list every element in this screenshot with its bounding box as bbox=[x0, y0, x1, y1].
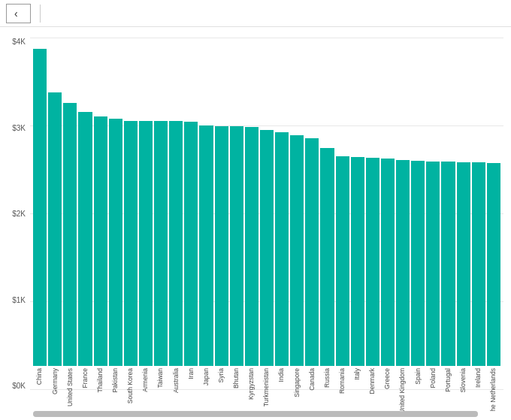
bar[interactable] bbox=[487, 163, 500, 366]
bar[interactable] bbox=[33, 49, 47, 366]
x-label-item: Canada bbox=[305, 368, 319, 391]
bar-wrapper[interactable] bbox=[320, 38, 334, 366]
x-label-item: the Netherlands bbox=[487, 368, 500, 411]
bar[interactable] bbox=[472, 162, 485, 366]
bar-wrapper[interactable] bbox=[215, 38, 228, 366]
bar-wrapper[interactable] bbox=[457, 38, 470, 366]
x-label-text: Turkmenistan bbox=[263, 368, 270, 406]
x-label-text: Slovenia bbox=[460, 368, 467, 393]
x-label-item: Slovenia bbox=[457, 368, 470, 393]
bar-wrapper[interactable] bbox=[199, 38, 213, 366]
bar-wrapper[interactable] bbox=[290, 38, 304, 366]
scrollbar-area[interactable] bbox=[33, 411, 478, 417]
x-label-text: Romania bbox=[339, 368, 346, 394]
bar[interactable] bbox=[336, 156, 349, 366]
bar[interactable] bbox=[441, 162, 455, 366]
x-label-text: Italy bbox=[354, 368, 361, 380]
y-axis-label: $4K bbox=[12, 38, 26, 46]
bar[interactable] bbox=[199, 125, 213, 366]
back-to-report-button[interactable]: ‹ bbox=[6, 4, 31, 23]
bar-wrapper[interactable] bbox=[426, 38, 440, 366]
x-label-item: Denmark bbox=[366, 368, 379, 394]
bar-wrapper[interactable] bbox=[275, 38, 289, 366]
bar[interactable] bbox=[230, 126, 243, 366]
y-axis-label: $3K bbox=[12, 124, 26, 132]
x-label-item: Thailand bbox=[94, 368, 107, 393]
bar-wrapper[interactable] bbox=[169, 38, 183, 366]
x-label-item: China bbox=[33, 368, 47, 385]
x-labels: ChinaGermanyUnited StatesFranceThailandP… bbox=[30, 366, 503, 411]
bar[interactable] bbox=[124, 121, 138, 366]
y-axis-label: $0K bbox=[12, 382, 26, 390]
x-label-item: Bhutan bbox=[230, 368, 243, 388]
bar[interactable] bbox=[366, 158, 379, 366]
toolbar-separator bbox=[40, 5, 41, 23]
bar-wrapper[interactable] bbox=[411, 38, 425, 366]
bar-wrapper[interactable] bbox=[230, 38, 243, 366]
bar[interactable] bbox=[320, 148, 334, 366]
x-label-text: Germany bbox=[52, 368, 59, 394]
bar-wrapper[interactable] bbox=[245, 38, 259, 366]
bar[interactable] bbox=[275, 132, 289, 366]
x-label-item: Taiwan bbox=[154, 368, 168, 388]
bar[interactable] bbox=[426, 162, 440, 366]
bars-and-labels: ChinaGermanyUnited StatesFranceThailandP… bbox=[30, 35, 503, 411]
bar-wrapper[interactable] bbox=[48, 38, 62, 366]
bar[interactable] bbox=[154, 121, 168, 366]
bar[interactable] bbox=[396, 160, 410, 366]
scrollbar-thumb[interactable] bbox=[33, 411, 478, 417]
y-axis: $4K$3K$2K$1K$0K bbox=[0, 35, 30, 411]
x-label-item: Syria bbox=[215, 368, 228, 382]
x-label-item: United Kingdom bbox=[396, 368, 410, 411]
x-label-item: Italy bbox=[351, 368, 364, 380]
bar[interactable] bbox=[305, 138, 319, 366]
bar[interactable] bbox=[139, 121, 153, 366]
x-label-item: Pakistan bbox=[109, 368, 122, 393]
bar[interactable] bbox=[63, 103, 77, 366]
bar[interactable] bbox=[48, 92, 62, 366]
bar-wrapper[interactable] bbox=[441, 38, 455, 366]
bar[interactable] bbox=[260, 130, 274, 366]
x-label-item: Japan bbox=[199, 368, 213, 385]
bar-wrapper[interactable] bbox=[487, 38, 500, 366]
x-label-text: Greece bbox=[384, 368, 391, 389]
bar-wrapper[interactable] bbox=[351, 38, 364, 366]
x-label-item: United States bbox=[63, 368, 77, 406]
bar[interactable] bbox=[215, 126, 228, 366]
bar[interactable] bbox=[290, 135, 304, 366]
bar-wrapper[interactable] bbox=[472, 38, 485, 366]
chart-area: $4K$3K$2K$1K$0K ChinaGermanyUnited State… bbox=[0, 27, 511, 411]
bar-wrapper[interactable] bbox=[154, 38, 168, 366]
bar-wrapper[interactable] bbox=[381, 38, 395, 366]
bar-wrapper[interactable] bbox=[184, 38, 198, 366]
bar-wrapper[interactable] bbox=[78, 38, 92, 366]
bar-wrapper[interactable] bbox=[33, 38, 47, 366]
bar-wrapper[interactable] bbox=[94, 38, 107, 366]
bar-wrapper[interactable] bbox=[124, 38, 138, 366]
x-label-text: China bbox=[36, 368, 43, 385]
main-container: ‹ $4K$3K$2K$1K$0K C bbox=[0, 0, 511, 420]
x-label-item: Armenia bbox=[139, 368, 153, 392]
x-label-text: Denmark bbox=[369, 368, 376, 394]
bar-wrapper[interactable] bbox=[305, 38, 319, 366]
x-label-item: Spain bbox=[411, 368, 425, 385]
bar[interactable] bbox=[184, 122, 198, 366]
bar-wrapper[interactable] bbox=[63, 38, 77, 366]
bar-wrapper[interactable] bbox=[336, 38, 349, 366]
bar-wrapper[interactable] bbox=[260, 38, 274, 366]
bar[interactable] bbox=[381, 159, 395, 366]
bar[interactable] bbox=[78, 112, 92, 366]
bar-wrapper[interactable] bbox=[396, 38, 410, 366]
bar[interactable] bbox=[245, 127, 259, 366]
bar[interactable] bbox=[457, 162, 470, 366]
bar-wrapper[interactable] bbox=[139, 38, 153, 366]
bar-wrapper[interactable] bbox=[366, 38, 379, 366]
bar[interactable] bbox=[169, 121, 183, 366]
x-label-item: Singapore bbox=[290, 368, 304, 397]
bar[interactable] bbox=[94, 116, 107, 366]
bar[interactable] bbox=[411, 161, 425, 366]
chevron-left-icon: ‹ bbox=[14, 8, 18, 20]
bar[interactable] bbox=[109, 119, 122, 366]
bar-wrapper[interactable] bbox=[109, 38, 122, 366]
bar[interactable] bbox=[351, 157, 364, 366]
